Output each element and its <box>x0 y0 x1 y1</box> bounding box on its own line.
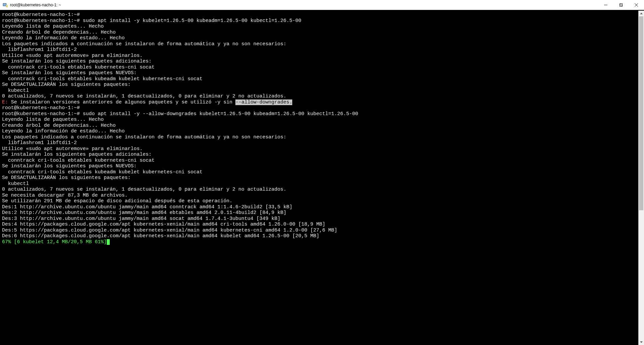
output-line: Leyendo lista de paquetes... Hecho <box>2 24 104 29</box>
selected-text: --allow-downgrades. <box>235 99 292 105</box>
output-line: libflashrom1 libftdi1-2 <box>2 140 77 146</box>
output-line: Creando árbol de dependencias... Hecho <box>2 123 116 128</box>
terminal-wrapper: root@kubernetes-nacho-1:~# root@kubernet… <box>0 10 644 345</box>
output-line: 0 actualizados, 7 nuevos se instalarán, … <box>2 93 286 99</box>
terminal[interactable]: root@kubernetes-nacho-1:~# root@kubernet… <box>0 11 638 345</box>
output-line: libflashrom1 libftdi1-2 <box>2 47 77 53</box>
error-prefix: E: <box>2 99 8 105</box>
output-line: Se instalarán los siguientes paquetes NU… <box>2 70 137 76</box>
svg-rect-6 <box>620 3 623 6</box>
output-line: Creando árbol de dependencias... Hecho <box>2 30 116 35</box>
download-line: Des:1 http://archive.ubuntu.com/ubuntu j… <box>2 204 292 210</box>
scrollbar-thumb[interactable] <box>639 16 643 210</box>
putty-icon <box>3 2 8 8</box>
scroll-down-button[interactable] <box>638 339 644 345</box>
maximize-button[interactable] <box>613 0 629 10</box>
output-line: Utilice «sudo apt autoremove» para elimi… <box>2 53 143 59</box>
download-line: Des:5 https://packages.cloud.google.com/… <box>2 228 337 233</box>
output-line: Los paquetes indicados a continuación se… <box>2 134 286 140</box>
svg-marker-9 <box>640 13 643 14</box>
prompt-line: root@kubernetes-nacho-1:~# <box>2 12 80 18</box>
prompt-line: root@kubernetes-nacho-1:~# <box>2 111 80 117</box>
output-line: Se instalarán los siguientes paquetes ad… <box>2 152 152 157</box>
svg-marker-10 <box>640 341 643 343</box>
output-line: conntrack cri-tools ebtables kubeadm kub… <box>2 169 202 175</box>
output-line: conntrack cri-tools ebtables kubernetes-… <box>2 65 155 70</box>
output-line: Se necesita descargar 87,3 MB de archivo… <box>2 193 128 198</box>
output-line: Leyendo la información de estado... Hech… <box>2 35 125 41</box>
download-line: Des:4 https://packages.cloud.google.com/… <box>2 222 325 227</box>
output-line: Se utilizarán 291 MB de espacio de disco… <box>2 198 232 204</box>
minimize-button[interactable] <box>598 0 613 10</box>
window-title: root@kubernetes-nacho-1: ~ <box>10 3 598 7</box>
output-line: Los paquetes indicados a continuación se… <box>2 41 286 47</box>
scroll-up-button[interactable] <box>638 11 644 16</box>
terminal-cursor <box>107 239 110 245</box>
scrollbar-track[interactable] <box>638 16 644 339</box>
window-titlebar: root@kubernetes-nacho-1: ~ <box>0 0 644 10</box>
output-line: 0 actualizados, 7 nuevos se instalarán, … <box>2 187 286 192</box>
output-line: Leyendo lista de paquetes... Hecho <box>2 117 104 122</box>
output-line: conntrack cri-tools ebtables kubernetes-… <box>2 158 155 163</box>
command-text: sudo apt install -y kubelet=1.26.5-00 ku… <box>80 18 301 24</box>
close-button[interactable] <box>629 0 644 10</box>
prompt-line: root@kubernetes-nacho-1:~# <box>2 18 80 24</box>
error-text: Se instalaron versiones anteriores de al… <box>8 99 235 105</box>
output-line: Se instalarán los siguientes paquetes NU… <box>2 163 137 169</box>
download-line: Des:2 http://archive.ubuntu.com/ubuntu j… <box>2 210 286 216</box>
prompt-line: root@kubernetes-nacho-1:~# <box>2 105 80 111</box>
svg-rect-5 <box>619 4 622 7</box>
output-line: Se instalarán los siguientes paquetes ad… <box>2 59 152 64</box>
output-line: Utilice «sudo apt autoremove» para elimi… <box>2 146 143 152</box>
output-line: conntrack cri-tools ebtables kubeadm kub… <box>2 76 202 82</box>
output-line: kubectl <box>2 181 29 187</box>
output-line: Se DESACTUALIZARÁN los siguientes paquet… <box>2 175 131 181</box>
output-line: kubectl <box>2 88 29 93</box>
progress-line: 67% [6 kubelet 12,4 MB/20,5 MB 61%] <box>2 239 107 245</box>
window-controls <box>598 0 644 10</box>
download-line: Des:6 https://packages.cloud.google.com/… <box>2 233 319 239</box>
command-text: sudo apt install -y --allow-downgrades k… <box>80 111 358 117</box>
download-line: Des:3 http://archive.ubuntu.com/ubuntu j… <box>2 216 280 222</box>
output-line: Se DESACTUALIZARÁN los siguientes paquet… <box>2 82 131 87</box>
svg-rect-1 <box>3 4 6 6</box>
vertical-scrollbar[interactable] <box>638 11 644 345</box>
output-line: Leyendo la información de estado... Hech… <box>2 128 125 134</box>
